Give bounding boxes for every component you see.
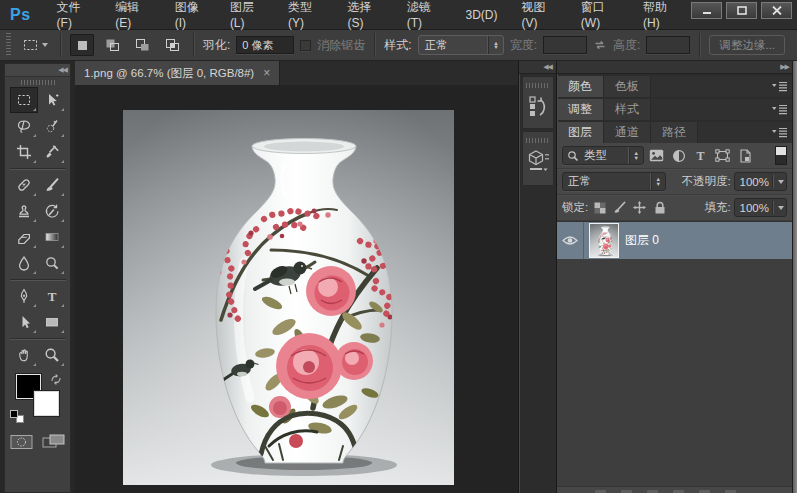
panel-menu-icon[interactable] — [772, 104, 787, 115]
menu-file[interactable]: 文件(F) — [45, 0, 104, 29]
panel-menu-icon[interactable] — [772, 127, 787, 138]
menu-layer[interactable]: 图层(L) — [218, 0, 276, 29]
tool-hand[interactable] — [10, 342, 38, 368]
refine-edge-button[interactable]: 调整边缘... — [709, 35, 785, 55]
filter-smart-objects-button[interactable] — [735, 146, 754, 165]
layer-thumbnail[interactable] — [590, 224, 618, 257]
tool-spot-healing-brush[interactable] — [10, 172, 38, 198]
filter-adjustment-layers-button[interactable] — [669, 146, 688, 165]
tool-dodge[interactable] — [38, 250, 66, 276]
minimize-icon — [702, 6, 712, 15]
tool-zoom[interactable] — [38, 342, 66, 368]
selection-mode-subtract-button[interactable] — [130, 34, 154, 56]
current-tool-preset[interactable] — [19, 35, 51, 55]
panel-gripper — [526, 138, 550, 143]
style-dropdown[interactable]: 正常 ▲▼ — [418, 35, 504, 55]
menu-view[interactable]: 视图(V) — [509, 0, 568, 29]
quick-mask-mode-button[interactable] — [10, 434, 33, 450]
close-button[interactable] — [761, 2, 792, 19]
tool-history-brush[interactable] — [38, 198, 66, 224]
tab-styles[interactable]: 样式 — [604, 99, 651, 120]
lock-pixels-button[interactable] — [611, 198, 628, 217]
panel-menu-icon[interactable] — [772, 81, 787, 92]
tool-clone-stamp[interactable] — [10, 198, 38, 224]
feather-input[interactable]: 0 像素 — [236, 36, 294, 54]
menu-window[interactable]: 窗口(W) — [569, 0, 631, 29]
tool-eyedropper[interactable] — [38, 139, 66, 165]
layer-visibility-cell[interactable] — [557, 222, 584, 259]
tab-paths[interactable]: 路径 — [651, 122, 698, 143]
antialias-checkbox[interactable] — [300, 40, 311, 51]
tool-path-selection[interactable] — [10, 309, 38, 335]
shape-layer-icon — [715, 149, 730, 162]
options-bar-gripper[interactable] — [6, 33, 11, 57]
tool-lasso[interactable] — [10, 113, 38, 139]
tab-color[interactable]: 颜色 — [557, 76, 604, 97]
selection-mode-new-button[interactable] — [70, 34, 94, 56]
tools-panel-header[interactable]: ◀◀ — [5, 64, 70, 77]
document-tab[interactable]: 1.png @ 66.7% (图层 0, RGB/8#) × — [75, 61, 280, 85]
feather-label: 羽化: — [203, 37, 230, 54]
canvas-background[interactable] — [75, 85, 518, 493]
tool-group-divider — [10, 338, 66, 339]
menu-type[interactable]: 类型(Y) — [276, 0, 335, 29]
tool-quick-selection[interactable] — [38, 113, 66, 139]
filter-shape-layers-button[interactable] — [713, 146, 732, 165]
tool-blur[interactable] — [10, 250, 38, 276]
background-color-swatch[interactable] — [34, 391, 59, 416]
history-panel-button[interactable] — [522, 76, 554, 129]
canvas-image-vase-photo[interactable] — [123, 110, 454, 485]
3d-panel-button[interactable] — [522, 131, 554, 186]
strip-header[interactable]: ◀◀ — [519, 61, 556, 74]
opacity-dropdown[interactable]: 100% — [734, 172, 787, 191]
menu-help[interactable]: 帮助(H) — [631, 0, 691, 29]
tab-adjustments[interactable]: 调整 — [557, 99, 604, 120]
tool-gradient[interactable] — [38, 224, 66, 250]
swap-dimensions-icon[interactable] — [593, 39, 607, 51]
style-dropdown-value: 正常 — [419, 38, 489, 53]
layer-filtering-toggle[interactable] — [775, 146, 787, 165]
filter-pixel-layers-button[interactable] — [647, 146, 666, 165]
filter-type-layers-button[interactable]: T — [691, 146, 710, 165]
tool-move[interactable] — [38, 87, 66, 113]
lock-all-button[interactable] — [651, 198, 668, 217]
tab-layers[interactable]: 图层 — [557, 122, 604, 143]
lock-transparency-button[interactable] — [591, 198, 608, 217]
maximize-button[interactable] — [726, 2, 757, 19]
layer-filter-dropdown[interactable]: 类型 ▲▼ — [562, 146, 644, 165]
tool-type[interactable]: T — [38, 283, 66, 309]
lock-position-button[interactable] — [631, 198, 648, 217]
tool-crop[interactable] — [10, 139, 38, 165]
selection-mode-intersect-button[interactable] — [160, 34, 184, 56]
tab-swatches[interactable]: 色板 — [604, 76, 651, 97]
tool-pen[interactable] — [10, 283, 38, 309]
tools-panel-gripper[interactable] — [21, 80, 55, 85]
zoom-tool-icon — [44, 347, 60, 363]
menu-filter[interactable]: 滤镜(T) — [395, 0, 454, 29]
fill-dropdown[interactable]: 100% — [734, 198, 787, 217]
menu-select[interactable]: 选择(S) — [335, 0, 394, 29]
tool-brush[interactable] — [38, 172, 66, 198]
blend-mode-dropdown[interactable]: 正常 ▲▼ — [562, 172, 666, 191]
menu-edit[interactable]: 编辑(E) — [103, 0, 162, 29]
tab-channels[interactable]: 通道 — [604, 122, 651, 143]
width-input[interactable] — [543, 36, 587, 54]
selection-mode-add-button[interactable] — [100, 34, 124, 56]
dropdown-caret-icon — [778, 180, 784, 184]
swap-colors-icon[interactable] — [49, 373, 63, 386]
screen-mode-button[interactable] — [42, 434, 65, 450]
layers-panel-bottom-buttons-clipped[interactable] — [557, 486, 792, 493]
menu-image[interactable]: 图像(I) — [163, 0, 218, 29]
fill-label: 填充: — [704, 200, 730, 215]
tab-close-icon[interactable]: × — [263, 68, 270, 78]
lock-position-icon — [633, 201, 646, 214]
menu-3d[interactable]: 3D(D) — [453, 0, 509, 29]
tool-eraser[interactable] — [10, 224, 38, 250]
layer-row-0[interactable]: 图层 0 — [557, 222, 792, 259]
height-input[interactable] — [646, 36, 690, 54]
tool-rectangular-marquee[interactable] — [10, 87, 38, 113]
minimize-button[interactable] — [691, 2, 722, 19]
dock-header[interactable]: ▶▶ — [557, 61, 792, 74]
tool-shape[interactable] — [38, 309, 66, 335]
default-colors-icon[interactable] — [10, 410, 26, 424]
